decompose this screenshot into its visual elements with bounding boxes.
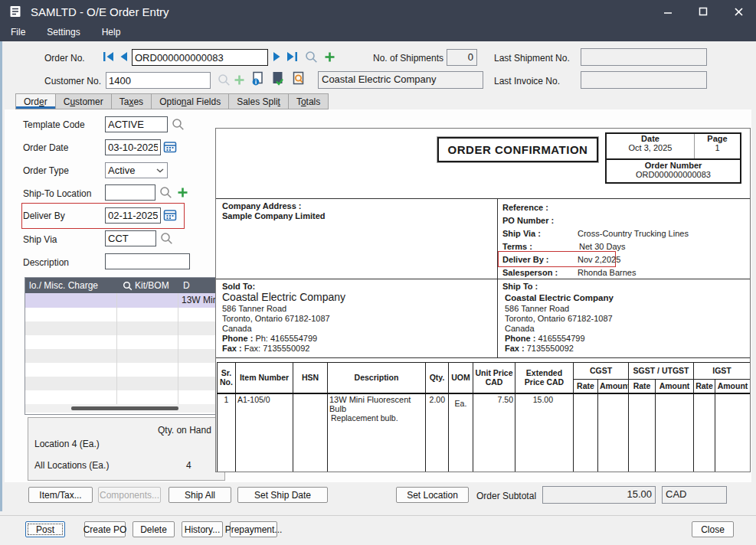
nav-next-icon[interactable] <box>273 51 282 62</box>
sold-to-fax: Fax : Fax: 7135550092 <box>222 344 309 353</box>
tab-totals[interactable]: Totals <box>289 93 329 109</box>
location-row-label: Location 4 (Ea.) <box>34 439 100 449</box>
nav-first-icon[interactable] <box>103 51 115 62</box>
grid-finder-icon[interactable] <box>123 281 133 291</box>
grid-col-kit-bom[interactable]: Kit/BOM <box>135 280 177 291</box>
sold-to-address2: Toronto, Ontario 67182-1087 <box>222 314 330 323</box>
shipments-value: 0 <box>447 49 477 66</box>
grid-row-empty[interactable] <box>25 363 224 377</box>
item-tax-button[interactable]: Item/Tax... <box>28 487 93 503</box>
grid-col-description[interactable]: D <box>177 280 190 291</box>
maximize-button[interactable] <box>686 0 721 23</box>
close-button[interactable] <box>721 0 756 23</box>
customer-no-input[interactable] <box>106 72 211 89</box>
order-no-input[interactable] <box>132 49 268 66</box>
delete-button[interactable]: Delete <box>133 521 175 537</box>
col-extended-price: Extended Price CAD <box>515 363 574 393</box>
grid-row-empty[interactable] <box>25 377 224 390</box>
post-button[interactable]: Post <box>25 521 65 537</box>
ship-to-address2: Toronto, Ontario 67182-1087 <box>505 314 613 323</box>
report-deliver-by-label: Deliver By : <box>502 255 549 264</box>
history-button[interactable]: History... <box>182 521 223 537</box>
tab-optional-fields[interactable]: Optional Fields <box>152 93 229 109</box>
grid-hscrollbar[interactable] <box>25 404 224 413</box>
title-bar: SAMLTD - O/E Order Entry <box>0 0 756 23</box>
menu-settings[interactable]: Settings <box>36 23 90 41</box>
tab-order[interactable]: Order <box>15 93 56 109</box>
tab-strip: Order Customer Taxes Optional Fields Sal… <box>15 93 329 109</box>
customer-zoom-icon[interactable] <box>292 71 306 86</box>
minimize-button[interactable] <box>650 0 686 23</box>
ship-to-add-icon[interactable] <box>177 187 188 198</box>
customer-search-icon[interactable] <box>218 73 231 86</box>
tab-taxes[interactable]: Taxes <box>112 93 152 109</box>
template-code-label: Template Code <box>23 119 85 130</box>
menu-file[interactable]: File <box>0 23 36 41</box>
ship-via-search-icon[interactable] <box>160 232 173 245</box>
report-divider <box>216 198 750 199</box>
tab-customer[interactable]: Customer <box>56 93 112 109</box>
menu-help[interactable]: Help <box>91 23 132 41</box>
item-igst-amount <box>715 393 751 473</box>
grid-hscrollbar-thumb[interactable] <box>71 406 178 410</box>
components-button: Components... <box>98 487 161 503</box>
close-window-button[interactable]: Close <box>692 521 734 537</box>
col-unit-price: Unit Price CAD <box>473 363 515 393</box>
order-confirmation-preview: ORDER CONFIRMATION Date Oct 3, 2025 Page… <box>215 128 751 472</box>
template-code-search-icon[interactable] <box>172 118 185 131</box>
order-search-icon[interactable] <box>305 51 318 64</box>
grid-row-empty[interactable] <box>25 321 224 335</box>
tab-sales-split[interactable]: Sales Split <box>229 93 289 109</box>
report-title-box: ORDER CONFIRMATION <box>437 137 598 162</box>
grid-header-row: lo./ Misc. Charge Kit/BOM D <box>25 278 224 293</box>
sold-to-name: Coastal Electric Company <box>222 291 345 303</box>
ship-to-search-icon[interactable] <box>159 186 172 199</box>
terms-value: Net 30 Days <box>579 242 626 251</box>
create-po-button[interactable]: Create PO <box>84 521 126 537</box>
window-left-border <box>0 41 2 511</box>
item-cgst-amount <box>598 393 629 473</box>
grid-row-empty[interactable] <box>25 349 224 363</box>
template-code-input[interactable] <box>105 116 168 132</box>
item-qty: 2.00 <box>426 393 449 473</box>
grid-row-empty[interactable] <box>25 335 224 349</box>
grid-row-selected[interactable]: 13W Mini Fluorescent Bulb <box>25 293 224 308</box>
ship-via-input[interactable] <box>105 230 156 246</box>
ship-all-button[interactable]: Ship All <box>169 487 231 503</box>
nav-prev-icon[interactable] <box>119 51 128 62</box>
ship-to-location-input[interactable] <box>105 184 155 201</box>
currency-box: CAD <box>662 486 727 504</box>
set-ship-date-button[interactable]: Set Ship Date <box>237 487 328 503</box>
col-igst-amount: Amount <box>715 380 751 393</box>
customer-add-icon[interactable] <box>234 74 245 86</box>
set-location-button[interactable]: Set Location <box>396 487 469 503</box>
order-date-input[interactable] <box>105 139 161 155</box>
sold-to-address3: Canada <box>222 324 252 333</box>
report-date-value: Oct 3, 2025 <box>607 143 694 152</box>
report-order-number-label: Order Number <box>607 161 740 170</box>
report-page-value: 1 <box>695 143 740 152</box>
description-input[interactable] <box>105 253 190 269</box>
report-title: ORDER CONFIRMATION <box>448 143 588 156</box>
ship-to-address1: 586 Tanner Road <box>505 304 569 313</box>
grid-row-empty[interactable] <box>25 308 224 321</box>
prepayment-button[interactable]: Prepayment... <box>230 521 277 537</box>
customer-verify-icon[interactable] <box>271 71 285 86</box>
customer-no-label: Customer No. <box>44 76 101 86</box>
customer-inquiry-icon[interactable] <box>251 71 264 86</box>
nav-last-icon[interactable] <box>286 51 299 62</box>
order-type-select[interactable]: Active <box>105 162 168 178</box>
order-date-label: Order Date <box>23 142 68 153</box>
grid-row-empty[interactable] <box>25 390 224 404</box>
order-add-icon[interactable] <box>324 51 335 63</box>
order-lines-grid[interactable]: lo./ Misc. Charge Kit/BOM D 13W Mini Flu… <box>25 277 225 415</box>
col-sgst-rate: Rate <box>629 380 656 393</box>
salesperson-value: Rhonda Barnes <box>578 268 636 277</box>
order-date-calendar-icon[interactable] <box>163 140 177 153</box>
col-igst: IGST <box>694 363 751 380</box>
grid-col-item-misc-charge[interactable]: lo./ Misc. Charge <box>25 280 116 291</box>
col-cgst: CGST <box>574 363 629 380</box>
salesperson-label: Salesperson : <box>502 268 558 277</box>
report-order-number-value: ORD000000000083 <box>607 170 740 179</box>
last-shipment-value <box>581 48 707 66</box>
